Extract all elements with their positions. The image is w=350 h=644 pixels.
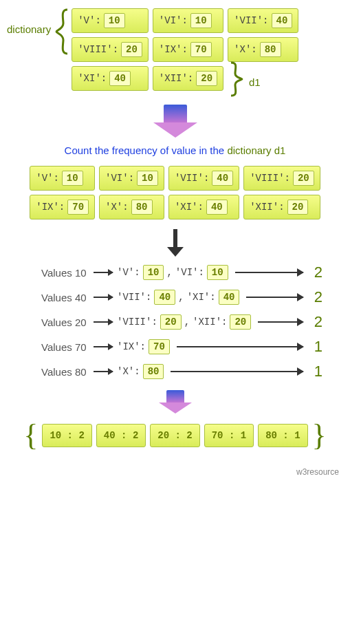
colon: :: [182, 15, 187, 26]
colon: :: [95, 15, 100, 26]
colon: :: [59, 202, 65, 213]
flat-dictionary-grid: 'V' : 10'VI' : 10'VII' : 40'VIII' : 20'I…: [30, 166, 320, 219]
dict-cell: 'V' : 10: [30, 166, 95, 191]
dict-key: 'X': [234, 44, 251, 55]
diagram-root: dictionary 'V' : 10'VI' : 10'VII' : 40'V…: [7, 8, 343, 477]
right-brace-icon: [227, 61, 245, 97]
pair-value: 40: [219, 290, 240, 305]
dict-value: 20: [196, 71, 217, 86]
dict-value: 10: [137, 171, 158, 186]
result-key: 10: [50, 430, 61, 441]
result-key: 40: [104, 430, 116, 441]
dict-key: 'VII': [234, 15, 263, 26]
pair-key: 'VII': [117, 292, 146, 303]
frequency-pairs: 'VIII' : 20,'XII' : 20: [117, 314, 251, 330]
dict-key: 'VIII': [78, 44, 112, 55]
colon: :: [251, 44, 256, 55]
dict-key: 'XI': [175, 202, 198, 213]
dict-key: 'VI': [105, 173, 129, 184]
colon: :: [113, 44, 118, 55]
dictionary-grid: 'V' : 10'VI' : 10'VII' : 40'VIII' : 20'I…: [72, 8, 298, 91]
colon: :: [285, 173, 290, 184]
result-cell: 40 : 2: [96, 424, 146, 447]
dict-key: 'VIII': [250, 173, 284, 184]
colon: :: [53, 173, 58, 184]
result-value: 1: [241, 430, 246, 441]
dict-value: 10: [190, 13, 212, 28]
dict-value: 80: [260, 42, 281, 57]
result-value: 2: [133, 430, 138, 441]
frequency-row: Values 40'VII' : 40,'XI' : 402: [41, 288, 322, 306]
pair-value: 70: [149, 339, 170, 354]
colon: :: [101, 73, 107, 84]
frequency-label: Values 40: [41, 292, 89, 303]
arrow-down-gradient-small-icon: [7, 390, 343, 414]
frequency-row: Values 10'V' : 10,'VI' : 102: [41, 264, 322, 281]
colon: :: [188, 73, 193, 84]
result-value: 2: [186, 430, 192, 441]
dict-cell: 'XI' : 40: [72, 66, 149, 91]
dict-key: 'VI': [159, 15, 182, 26]
dict-cell: 'VIII' : 20: [243, 166, 320, 191]
frequency-count: 1: [310, 338, 322, 356]
frequency-row: Values 70'IX' : 701: [41, 338, 322, 356]
dict-value: 20: [287, 200, 309, 215]
pair-value: 10: [207, 265, 228, 280]
left-brace-icon: {: [23, 420, 38, 451]
arrow-right-long-icon: [246, 297, 303, 298]
colon: :: [204, 173, 209, 184]
frequency-pairs: 'VII' : 40,'XI' : 40: [117, 290, 239, 305]
colon: :: [182, 44, 187, 55]
dict-key: 'XI': [78, 73, 101, 84]
colon: :: [263, 15, 268, 26]
dictionary-label: dictionary: [7, 23, 51, 35]
dict-key: 'IX': [36, 202, 59, 213]
result-grid: 10 : 240 : 220 : 270 : 180 : 1: [42, 424, 307, 447]
frequency-row: Values 80'X' : 801: [41, 363, 322, 380]
result-key: 70: [212, 430, 223, 441]
colon: :: [122, 202, 128, 213]
dict-value: 70: [67, 200, 89, 215]
d1-label: d1: [249, 76, 261, 88]
caption-green: dictionary d1: [227, 144, 285, 156]
dict-cell: 'VIII' : 20: [72, 37, 149, 62]
arrow-down-icon: [167, 229, 184, 257]
frequency-label: Values 10: [41, 267, 89, 279]
dict-cell: 'VII' : 40: [168, 166, 239, 191]
result-cell: 20 : 2: [150, 424, 199, 447]
colon: :: [278, 202, 284, 213]
left-brace-icon: [54, 8, 72, 55]
pair-value: 40: [154, 290, 175, 305]
frequency-count: 1: [310, 363, 322, 380]
dict-value: 40: [206, 200, 228, 215]
frequency-pairs: 'V' : 10,'VI' : 10: [117, 265, 228, 280]
dict-cell: 'XII' : 20: [243, 195, 320, 219]
pair-key: 'V': [117, 267, 134, 278]
dict-cell: 'IX' : 70: [153, 37, 223, 62]
arrow-right-long-icon: [177, 346, 303, 347]
result-cell: 10 : 2: [42, 424, 91, 447]
dict-cell: 'IX' : 70: [30, 195, 95, 219]
dict-key: 'XII': [250, 202, 278, 213]
arrow-right-icon: [94, 371, 113, 372]
dict-value: 40: [212, 171, 233, 186]
frequency-section: Values 10'V' : 10,'VI' : 102Values 40'VI…: [41, 264, 322, 380]
pair-key: 'X': [117, 366, 134, 377]
colon: :: [198, 202, 204, 213]
dict-key: 'IX': [159, 44, 182, 55]
result-value: 2: [78, 430, 84, 441]
pair-key: 'VIII': [117, 316, 151, 328]
frequency-count: 2: [310, 264, 322, 281]
arrow-right-long-icon: [235, 272, 303, 273]
arrow-right-icon: [94, 346, 113, 347]
pair-key: 'XII': [193, 316, 221, 328]
comma: ,: [184, 316, 190, 328]
arrow-right-icon: [94, 321, 113, 323]
dict-cell: 'XI' : 40: [168, 195, 239, 219]
right-brace-icon: }: [312, 420, 327, 451]
arrow-right-long-icon: [258, 321, 303, 323]
pair-value: 80: [143, 364, 164, 379]
pair-key: 'XI': [187, 292, 210, 303]
arrow-right-icon: [94, 297, 113, 298]
pair-value: 10: [143, 265, 164, 280]
